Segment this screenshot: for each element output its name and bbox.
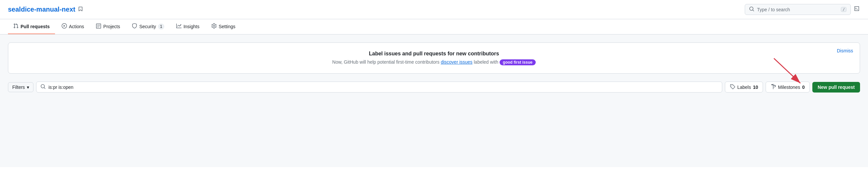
labels-button[interactable]: Labels 10 [725,82,763,92]
labels-label: Labels [737,85,751,90]
dismiss-link[interactable]: Dismiss [837,48,853,53]
filter-area: Filters ▾ Labels 10 [8,82,860,92]
tab-settings[interactable]: Settings [206,19,241,34]
search-box[interactable]: Type / to search / [745,4,851,15]
good-first-issue-badge: good first issue [500,59,536,65]
main-content: Dismiss Label issues and pull requests f… [0,34,868,167]
tab-projects-label: Projects [103,24,120,29]
label-icon [730,84,735,90]
repo-name-link[interactable]: sealdice-manual-next [8,6,75,13]
milestone-icon [771,84,776,90]
new-pull-request-button[interactable]: New pull request [812,82,860,92]
security-icon [132,23,137,29]
milestones-label: Milestones [778,85,800,90]
tab-actions[interactable]: Actions [56,19,89,34]
tab-settings-label: Settings [219,24,236,29]
banner-text-after2: labeled with [474,59,498,65]
filters-chevron-icon: ▾ [27,85,29,90]
search-area: Type / to search / [745,4,860,15]
tab-projects[interactable]: Projects [91,19,126,34]
tab-pull-requests-label: Pull requests [21,24,50,29]
search-icon [749,6,754,12]
tab-insights[interactable]: Insights [171,19,205,34]
tab-security-label: Security [139,24,156,29]
promo-banner: Dismiss Label issues and pull requests f… [8,43,860,74]
banner-title: Label issues and pull requests for new c… [16,51,852,57]
security-badge: 1 [158,24,164,29]
banner-text-before: Now, GitHub will help potential first-ti… [332,59,440,65]
search-placeholder: Type / to search [757,7,838,12]
projects-icon [96,23,101,29]
nav-tabs: Pull requests Actions Projects Security … [0,19,868,34]
actions-icon [62,23,67,29]
filters-button[interactable]: Filters ▾ [8,82,33,92]
labels-count: 10 [753,85,758,90]
search-kbd: / [841,7,846,12]
filter-search-box[interactable] [36,82,722,92]
filters-label: Filters [12,85,25,90]
filter-bar: Filters ▾ Labels 10 [8,82,860,92]
terminal-icon[interactable] [854,5,860,13]
top-bar: sealdice-manual-next Type / to search / [0,0,868,19]
bookmark-icon[interactable] [78,6,83,13]
insights-icon [176,23,182,29]
tab-security[interactable]: Security 1 [127,19,169,34]
filter-search-input[interactable] [49,85,718,90]
tab-pull-requests[interactable]: Pull requests [8,19,55,34]
tab-insights-label: Insights [184,24,199,29]
banner-text: Now, GitHub will help potential first-ti… [16,59,852,65]
pull-requests-icon [13,23,19,29]
tab-actions-label: Actions [69,24,84,29]
discover-issues-link[interactable]: discover issues [441,59,472,65]
settings-icon [211,23,217,29]
repo-name-area: sealdice-manual-next [8,6,83,13]
filter-search-icon [40,84,46,90]
milestones-button[interactable]: Milestones 0 [766,82,810,92]
milestones-count: 0 [802,85,805,90]
